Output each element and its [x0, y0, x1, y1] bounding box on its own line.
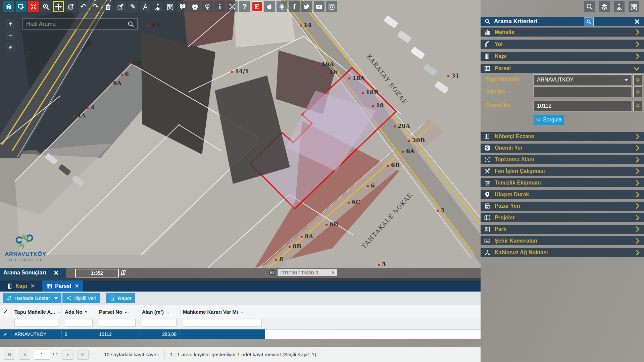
svg-text:20B: 20B	[412, 137, 425, 144]
zoom-in-button[interactable]: +	[6, 19, 15, 29]
column-header[interactable]: Alan (m²)⌄	[139, 305, 180, 318]
info-icon[interactable]: i	[214, 1, 225, 12]
sidebar-item-pharmacy[interactable]: ENöbetçi Eczane	[481, 132, 644, 141]
zoom-box-icon[interactable]	[41, 1, 51, 12]
sidebar-item-door[interactable]: Kapı	[481, 52, 644, 61]
pharmacy-icon[interactable]: E	[252, 1, 262, 12]
overview-map-icon[interactable]	[119, 268, 128, 278]
i̇lişkili-veri-button[interactable]: İlişkili Veri	[62, 293, 100, 303]
first-page-button[interactable]	[4, 350, 15, 360]
sidebar-item-poi[interactable]: Önemli Yer	[481, 144, 644, 153]
close-icon[interactable]: ✕	[53, 269, 59, 277]
webcam-icon[interactable]	[202, 1, 213, 12]
print-icon[interactable]	[190, 1, 200, 12]
undo-icon[interactable]: ↶	[78, 1, 89, 12]
ada-no-input[interactable]	[534, 89, 632, 95]
quick-search[interactable]	[22, 18, 138, 30]
page-number-input[interactable]	[34, 350, 50, 360]
search-icon[interactable]	[584, 1, 595, 12]
sidebar-item-tools[interactable]: Fen İşleri Çalışması	[481, 167, 644, 176]
redo-icon[interactable]: ↷	[90, 1, 101, 12]
tab-kapı[interactable]: Kapı✕	[3, 280, 39, 292]
sorgula-button[interactable]: Sorgula	[534, 115, 564, 125]
measure-icon[interactable]	[140, 1, 151, 12]
quick-search-input[interactable]	[23, 21, 128, 28]
fullscreen-button[interactable]	[6, 43, 15, 52]
last-page-button[interactable]	[77, 350, 89, 360]
tab-parsel[interactable]: Parsel✕	[42, 280, 83, 292]
sidebar-item-market[interactable]: Pazar Yeri	[481, 202, 644, 211]
close-tab-icon[interactable]: ✕	[75, 283, 79, 289]
button-label: İlişkili Veri	[74, 295, 96, 301]
instagram-icon[interactable]	[326, 1, 337, 12]
prev-page-button[interactable]	[19, 350, 30, 360]
sidebar-item-cleaning[interactable]: Temizlik Ekipmanı	[481, 178, 644, 187]
filter-input[interactable]	[142, 319, 177, 327]
column-header[interactable]: Mahkeme Kararı Var Mı⌄	[180, 305, 265, 318]
tapu-mahalle-select[interactable]: ARNAVUTKÖY	[534, 74, 632, 85]
column-header[interactable]: Tapu Mahalle A...⌄	[11, 305, 62, 318]
filter-input[interactable]	[65, 319, 93, 327]
filter-input[interactable]	[183, 319, 262, 327]
help-icon[interactable]: ?	[239, 1, 250, 12]
globe-location-icon[interactable]	[65, 1, 76, 12]
sidebar-item-projects[interactable]: Projeler	[481, 213, 644, 222]
close-icon[interactable]: ✕	[634, 18, 640, 26]
sidebar-item-buildings[interactable]: Mahalle	[481, 28, 644, 37]
sidebar-item-road[interactable]: Yol	[481, 40, 644, 49]
panel-search-button[interactable]	[584, 17, 594, 26]
table-row[interactable]: ✓ARNAVUTKÖY010112283,08	[0, 329, 481, 339]
rapor-button[interactable]: Rapor	[106, 293, 135, 303]
map-catalog-icon[interactable]	[165, 1, 176, 12]
crs-select[interactable]: ITRF96 / TM30-3 ∨	[278, 269, 337, 276]
apple-icon[interactable]	[264, 1, 275, 12]
toolbar-right-group	[584, 1, 639, 12]
export-icon[interactable]	[115, 1, 126, 12]
youtube-icon[interactable]	[314, 1, 325, 12]
ada-no-field[interactable]	[534, 87, 632, 97]
related-data-icon[interactable]	[227, 1, 238, 12]
toolbar-left-group: ↶↷✎?i?Ef	[3, 1, 337, 12]
column-header[interactable]: Parsel No▲⌄	[96, 305, 139, 318]
sidebar-item-assembly[interactable]: Toplanma Alanı	[481, 155, 644, 164]
clear-field-button[interactable]	[633, 101, 642, 111]
collapse-arrows-icon[interactable]	[28, 1, 39, 12]
sidebar-item-camera[interactable]: Şehir Kameraları	[481, 236, 644, 245]
filter-input[interactable]	[99, 319, 136, 327]
haritada-göster-button[interactable]: Haritada Göster	[3, 293, 61, 303]
sidebar-item-parcel[interactable]: Parsel	[481, 64, 644, 73]
row-checkbox[interactable]: ✓	[0, 329, 11, 339]
extent-window-icon[interactable]	[16, 1, 27, 12]
sidebar-item-park[interactable]: Park	[481, 225, 644, 234]
parsel-no-field[interactable]	[534, 101, 632, 111]
home-icon[interactable]	[3, 1, 14, 12]
street-view-icon[interactable]	[152, 1, 163, 12]
feedback-icon[interactable]: ?	[177, 1, 188, 12]
map-canvas[interactable]: 8A146B66A44A14/116A1618A18B1820A20B6A6B6…	[0, 0, 481, 268]
related-icon	[66, 295, 72, 301]
twitter-icon[interactable]	[301, 1, 312, 12]
column-header[interactable]: Ada No▼	[62, 305, 96, 318]
android-icon[interactable]	[277, 1, 287, 12]
clear-field-button[interactable]	[633, 74, 642, 85]
sidebar-item-wireless[interactable]: Kablosuz Ağ Noktası	[481, 248, 644, 257]
svg-text:4: 4	[91, 104, 95, 111]
search-icon	[586, 19, 592, 24]
pan-icon[interactable]	[53, 1, 64, 12]
chevron-right-icon	[634, 168, 640, 174]
parsel-no-input[interactable]	[534, 103, 632, 109]
next-page-button[interactable]	[62, 350, 73, 360]
close-tab-icon[interactable]: ✕	[31, 283, 35, 289]
draw-icon[interactable]: ✎	[128, 1, 138, 12]
zoom-out-button[interactable]: −	[6, 31, 15, 40]
delete-icon[interactable]	[103, 1, 113, 12]
clear-field-button[interactable]	[633, 87, 642, 97]
facebook-icon[interactable]: f	[289, 1, 300, 12]
street-view-icon[interactable]	[614, 1, 625, 12]
filter-input[interactable]	[14, 319, 58, 327]
select-all-checkbox[interactable]: ✓	[0, 305, 11, 318]
map-catalog-icon[interactable]	[629, 1, 639, 12]
results-title: Arama Sonuçları	[3, 270, 46, 276]
sidebar-item-stop[interactable]: Ulaşım Durak	[481, 190, 644, 199]
layers-icon[interactable]	[599, 1, 610, 12]
